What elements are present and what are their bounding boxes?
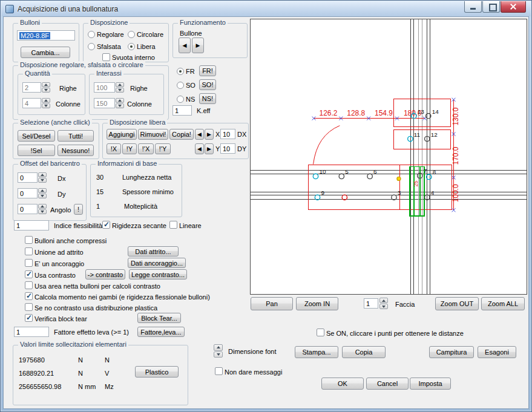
minimize-button[interactable] <box>464 1 482 13</box>
quantita-righe-spinner[interactable]: 2 <box>22 82 50 93</box>
radio-ns[interactable] <box>177 96 184 103</box>
esagoni-button[interactable]: Esagoni <box>478 346 516 358</box>
x-plus-button[interactable]: ▶ <box>205 129 214 140</box>
nessuno-button[interactable]: Nessuno! <box>57 145 94 156</box>
bolt-type-field[interactable]: M20-8.8F <box>17 30 75 41</box>
spin-down-icon[interactable] <box>42 88 50 93</box>
bolt-point[interactable] <box>367 174 372 178</box>
spin-up-icon[interactable] <box>116 98 124 103</box>
calcola-momento-checkbox[interactable] <box>25 292 33 300</box>
radio-fr[interactable] <box>177 68 184 75</box>
lineare-checkbox[interactable] <box>169 221 177 229</box>
dati-attrito-button[interactable]: Dati attrito... <box>128 246 179 257</box>
zoom-out-button[interactable]: Zoom OUT <box>435 297 479 310</box>
spin-down-icon[interactable] <box>42 103 50 108</box>
svuota-interno-checkbox[interactable] <box>102 53 110 61</box>
drawing-canvas[interactable]: 126.2 128.8 154.9 180.0 130.0 170.0 100.… <box>250 19 527 295</box>
spin-down-icon[interactable] <box>38 209 47 214</box>
spin-up-icon[interactable] <box>214 344 223 351</box>
spin-up-icon[interactable] <box>38 188 47 193</box>
spin-down-icon[interactable] <box>214 352 223 358</box>
ok-button[interactable]: OK <box>321 378 364 390</box>
copia-button[interactable]: Copia <box>342 346 386 358</box>
spin-down-icon[interactable] <box>379 304 388 309</box>
faccia-spinner[interactable] <box>379 298 388 309</box>
bolt-point[interactable] <box>339 174 344 178</box>
dx-field[interactable]: 10 <box>220 129 235 139</box>
invert-y-button[interactable]: !Y <box>122 143 137 154</box>
stampa-button[interactable]: Stampa... <box>295 346 338 358</box>
misura-distanze-checkbox[interactable] <box>317 329 324 336</box>
so-apply-button[interactable]: SO! <box>199 79 216 90</box>
copia-bolt-button[interactable]: Copia! <box>169 129 194 140</box>
spin-up-icon[interactable] <box>116 82 124 87</box>
campitura-button[interactable]: Campitura <box>429 346 474 358</box>
aggiungi-button[interactable]: Aggiungi <box>107 129 137 140</box>
indice-flessibilita-field[interactable]: 1 <box>14 220 49 231</box>
unione-attrito-checkbox[interactable] <box>25 247 33 255</box>
spin-down-icon[interactable] <box>116 88 124 93</box>
radio-libera[interactable] <box>128 43 135 50</box>
pan-button[interactable]: Pan <box>251 297 293 310</box>
tutti-button[interactable]: Tutti! <box>57 130 94 142</box>
spin-down-icon[interactable] <box>116 103 124 108</box>
invert-sel-button[interactable]: !Sel <box>18 145 55 156</box>
radio-so[interactable] <box>177 82 184 89</box>
bolt-point[interactable] <box>313 174 318 178</box>
sel-desel-button[interactable]: Sel/Desel <box>18 130 55 142</box>
ns-apply-button[interactable]: NS! <box>199 93 216 104</box>
invert-local-x-button[interactable]: !'X <box>138 143 154 154</box>
bolt-point[interactable] <box>408 136 413 141</box>
bolt-point[interactable] <box>397 177 401 180</box>
bulloni-compressi-checkbox[interactable] <box>25 236 33 244</box>
verifica-blocktear-checkbox[interactable] <box>25 314 33 322</box>
invert-x-button[interactable]: !X <box>107 143 121 154</box>
usa-contrasto-checkbox[interactable] <box>25 270 33 278</box>
spin-down-icon[interactable] <box>38 178 47 183</box>
cancel-button[interactable]: Cancel <box>366 378 409 390</box>
quantita-colonne-spinner[interactable]: 4 <box>22 98 50 108</box>
dimensione-font-spinner[interactable] <box>214 344 223 358</box>
y-minus-button[interactable]: ◀ <box>195 143 204 154</box>
non-dare-messaggi-checkbox[interactable] <box>215 367 223 375</box>
zoom-all-button[interactable]: Zoom ALL <box>481 297 525 310</box>
legge-contrasto-button[interactable]: Legge contrasto... <box>129 269 187 280</box>
rimuovi-button[interactable]: Rimuovi! <box>138 129 168 140</box>
spin-up-icon[interactable] <box>42 98 50 103</box>
radio-sfalsata[interactable] <box>88 43 95 50</box>
area-netta-checkbox[interactable] <box>25 281 33 289</box>
rigidezza-secante-checkbox[interactable] <box>102 221 110 229</box>
dy-field[interactable]: 10 <box>220 143 235 154</box>
angolo-apply-button[interactable]: ! <box>74 204 83 215</box>
block-tear-button[interactable]: Block Tear... <box>137 313 181 323</box>
close-button[interactable] <box>501 1 526 13</box>
fr-apply-button[interactable]: FR! <box>199 65 216 76</box>
plastico-button[interactable]: Plastico <box>135 366 179 378</box>
spin-up-icon[interactable] <box>38 172 47 177</box>
fattore-leva-button[interactable]: Fattore,leva... <box>137 327 185 337</box>
faccia-field[interactable]: 1 <box>364 298 378 309</box>
imposta-button[interactable]: Imposta <box>410 378 451 390</box>
radio-circolare[interactable] <box>128 31 135 38</box>
contrasto-button[interactable]: -> contrasto <box>85 269 125 280</box>
dati-ancoraggio-button[interactable]: Dati ancoraggio... <box>128 258 186 268</box>
spin-down-icon[interactable] <box>38 194 47 198</box>
x-minus-button[interactable]: ◀ <box>195 129 204 140</box>
interassi-righe-spinner[interactable]: 100 <box>94 82 124 93</box>
offset-angolo-spinner[interactable]: 0 <box>18 204 47 214</box>
cambia-button[interactable]: Cambia... <box>21 47 70 58</box>
y-plus-button[interactable]: ▶ <box>205 143 214 154</box>
interassi-colonne-spinner[interactable]: 150 <box>94 98 124 108</box>
offset-dx-spinner[interactable]: 0 <box>18 172 47 183</box>
title-bar[interactable]: Acquisizione di una bullonatura <box>1 1 531 16</box>
offset-dy-spinner[interactable]: 0 <box>18 188 47 198</box>
distribuzione-plastica-checkbox[interactable] <box>25 303 33 311</box>
ancoraggio-checkbox[interactable] <box>25 259 33 267</box>
spin-up-icon[interactable] <box>379 298 388 303</box>
radio-regolare[interactable] <box>88 31 95 38</box>
maximize-button[interactable] <box>482 1 500 13</box>
fattore-leva-field[interactable]: 1 <box>14 327 49 337</box>
zoom-in-button[interactable]: Zoom IN <box>296 297 338 310</box>
spin-up-icon[interactable] <box>38 204 47 209</box>
next-bolt-button[interactable]: ▶ <box>192 38 204 53</box>
